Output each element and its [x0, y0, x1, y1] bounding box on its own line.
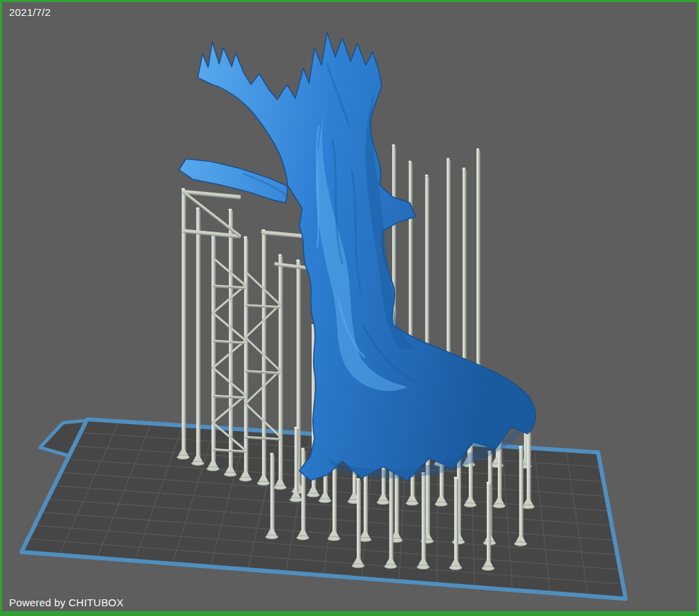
chitubox-watermark: Powered by CHITUBOX: [9, 597, 124, 608]
build-date-label: 2021/7/2: [9, 6, 51, 18]
print-preview-canvas[interactable]: [2, 2, 697, 611]
chitubox-preview-window: 2021/7/2 Powered by CHITUBOX: [0, 0, 699, 616]
